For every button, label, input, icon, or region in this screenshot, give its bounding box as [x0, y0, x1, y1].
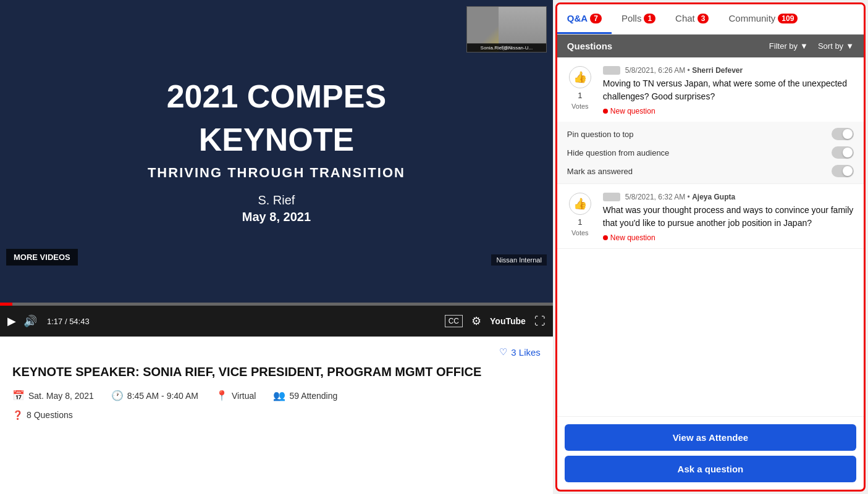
question-card-1: 👍 1 Votes 5/8/2021, 6:26 AM • Sherri Def… [557, 57, 864, 184]
thumbnail-overlay: Q&A Sonia.Rief@Nissan-U... [466, 6, 547, 52]
questions-row: ❓ 8 Questions [12, 410, 541, 420]
video-speaker: S. Rief [148, 193, 405, 207]
video-date: May 8, 2021 [148, 210, 405, 224]
right-panel: Q&A 7 Polls 1 Chat 3 Community 109 Quest… [555, 2, 866, 492]
question-meta-1: 5/8/2021, 6:26 AM • Sherri Defever [625, 66, 743, 75]
vote-label-2: Votes [571, 229, 589, 237]
nissan-badge: Nissan Internal [491, 254, 546, 266]
question-body-1: 5/8/2021, 6:26 AM • Sherri Defever Movin… [603, 66, 856, 115]
tab-qa[interactable]: Q&A 7 [557, 4, 612, 34]
vote-section-2: 👍 1 Votes [565, 193, 596, 242]
vote-count-1: 1 [578, 91, 582, 100]
tab-qa-badge: 7 [590, 14, 602, 23]
control-row-pin: Pin question to top [567, 128, 854, 140]
volume-button[interactable]: 🔊 [23, 314, 37, 328]
video-subtitle: THRIVING THROUGH TRANSITION [148, 165, 405, 181]
location-icon: 📍 [216, 390, 228, 401]
event-info: ♡ 3 Likes KEYNOTE SPEAKER: SONIA RIEF, V… [0, 337, 553, 494]
play-button[interactable]: ▶ [7, 314, 16, 328]
toggle-pin[interactable] [832, 128, 854, 140]
question-main-2: 👍 1 Votes 5/8/2021, 6:32 AM • Ajeya Gupt… [557, 184, 864, 248]
cc-button[interactable]: CC [445, 315, 463, 327]
question-controls-1: Pin question to top Hide question from a… [557, 122, 864, 183]
meta-time: 🕐 8:45 AM - 9:40 AM [111, 390, 198, 401]
tab-chat-label: Chat [675, 13, 695, 23]
video-player: Q&A Sonia.Rief@Nissan-U... 2021 COMPES K… [0, 0, 553, 303]
toggle-answered[interactable] [832, 165, 854, 177]
tab-polls-badge: 1 [644, 14, 655, 23]
right-controls: CC ⚙ YouTube ⛶ [445, 314, 546, 328]
meta-time-text: 8:45 AM - 9:40 AM [127, 391, 198, 401]
tab-qa-label: Q&A [567, 13, 588, 23]
meta-location: 📍 Virtual [216, 390, 256, 401]
question-main-1: 👍 1 Votes 5/8/2021, 6:26 AM • Sherri Def… [557, 57, 864, 122]
avatar-row-1: 5/8/2021, 6:26 AM • Sherri Defever [603, 66, 856, 75]
heart-icon: ♡ [499, 346, 507, 358]
new-question-badge-2: New question [603, 233, 856, 242]
sort-chevron-icon: ▼ [846, 41, 854, 51]
video-progress-bar[interactable] [0, 303, 553, 306]
avatar-2 [603, 193, 620, 201]
tab-chat-badge: 3 [697, 14, 709, 23]
fullscreen-button[interactable]: ⛶ [534, 315, 546, 328]
control-label-hide: Hide question from audience [567, 148, 670, 157]
thumbs-up-button-1[interactable]: 👍 [569, 66, 591, 88]
control-label-pin: Pin question to top [567, 130, 634, 139]
question-author-2: Ajeya Gupta [692, 193, 735, 201]
sort-by-button[interactable]: Sort by ▼ [818, 41, 854, 51]
question-text-2: What was your thought process and ways t… [603, 204, 856, 230]
tabs-bar: Q&A 7 Polls 1 Chat 3 Community 109 [557, 4, 864, 35]
control-row-answered: Mark as answered [567, 165, 854, 177]
video-content: 2021 COMPES KEYNOTE THRIVING THROUGH TRA… [135, 66, 418, 237]
youtube-logo: YouTube [490, 316, 526, 326]
likes-button[interactable]: ♡ 3 Likes [499, 346, 541, 358]
video-title-line2: KEYNOTE [148, 122, 405, 159]
qa-header: Questions Filter by ▼ Sort by ▼ [557, 35, 864, 57]
toggle-hide[interactable] [832, 146, 854, 159]
view-as-attendee-button[interactable]: View as Attendee [565, 424, 856, 451]
new-question-label-1: New question [610, 107, 655, 115]
question-timestamp-1: 5/8/2021, 6:26 AM [625, 66, 685, 75]
likes-count: 3 Likes [511, 347, 541, 358]
meta-attending: 👥 59 Attending [273, 390, 337, 401]
control-label-answered: Mark as answered [567, 167, 633, 176]
vote-count-2: 1 [578, 217, 582, 227]
attendees-icon: 👥 [273, 390, 285, 401]
tab-chat[interactable]: Chat 3 [665, 4, 718, 34]
likes-row: ♡ 3 Likes [12, 346, 541, 358]
bottom-buttons: View as Attendee Ask a question [557, 416, 864, 490]
tab-community[interactable]: Community 109 [718, 4, 807, 34]
qa-header-controls: Filter by ▼ Sort by ▼ [769, 41, 854, 51]
question-meta-2: 5/8/2021, 6:32 AM • Ajeya Gupta [625, 193, 735, 201]
new-question-badge-1: New question [603, 107, 856, 115]
meta-date: 📅 Sat. May 8, 2021 [12, 390, 94, 401]
avatar-row-2: 5/8/2021, 6:32 AM • Ajeya Gupta [603, 193, 856, 201]
sort-by-label: Sort by [818, 41, 843, 51]
qa-header-title: Questions [567, 41, 612, 51]
clock-icon: 🕐 [111, 390, 124, 401]
control-row-hide: Hide question from audience [567, 146, 854, 159]
question-card-2: 👍 1 Votes 5/8/2021, 6:32 AM • Ajeya Gupt… [557, 184, 864, 249]
meta-date-text: Sat. May 8, 2021 [28, 391, 94, 401]
calendar-icon: 📅 [12, 390, 25, 401]
meta-location-text: Virtual [232, 391, 256, 401]
ask-question-button[interactable]: Ask a question [565, 456, 856, 482]
tab-polls[interactable]: Polls 1 [612, 4, 665, 34]
avatar-1 [603, 66, 620, 75]
thumbs-up-button-2[interactable]: 👍 [569, 193, 591, 215]
event-meta: 📅 Sat. May 8, 2021 🕐 8:45 AM - 9:40 AM 📍… [12, 390, 541, 401]
event-title: KEYNOTE SPEAKER: SONIA RIEF, VICE PRESID… [12, 364, 541, 380]
more-videos-badge[interactable]: MORE VIDEOS [6, 249, 78, 266]
question-body-2: 5/8/2021, 6:32 AM • Ajeya Gupta What was… [603, 193, 856, 242]
settings-button[interactable]: ⚙ [471, 314, 481, 328]
questions-count-text: 8 Questions [27, 410, 73, 420]
left-panel: Q&A Sonia.Rief@Nissan-U... 2021 COMPES K… [0, 0, 553, 494]
tab-polls-label: Polls [622, 13, 642, 23]
tab-community-label: Community [728, 13, 775, 23]
filter-by-label: Filter by [769, 41, 798, 51]
video-title-line1: 2021 COMPES [148, 78, 405, 115]
time-display: 1:17 / 54:43 [47, 317, 90, 326]
vote-label-1: Votes [571, 103, 589, 110]
questions-list: 👍 1 Votes 5/8/2021, 6:26 AM • Sherri Def… [557, 57, 864, 416]
filter-by-button[interactable]: Filter by ▼ [769, 41, 808, 51]
